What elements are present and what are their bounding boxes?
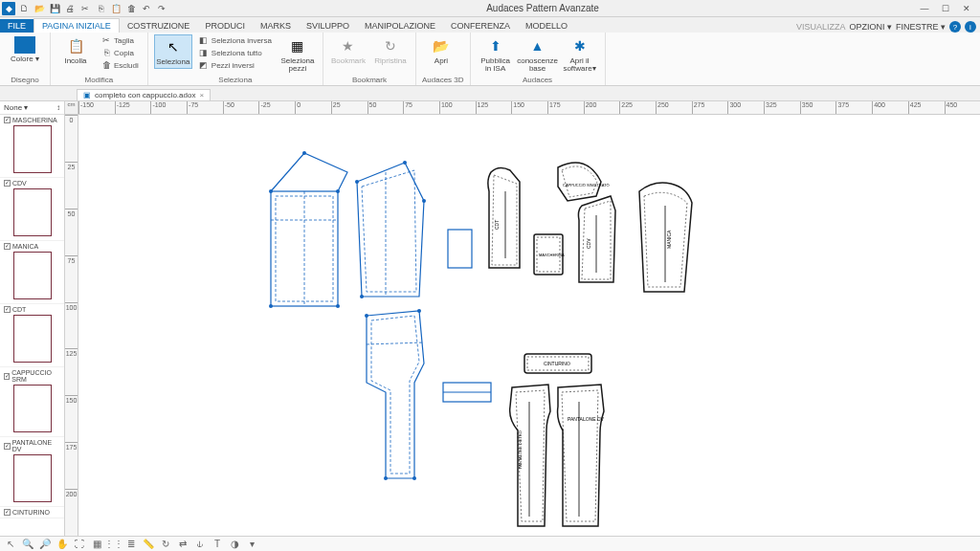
vt-fit-icon[interactable]: ⛶ bbox=[73, 538, 86, 551]
checkbox-icon[interactable] bbox=[4, 243, 11, 250]
sidebar-header[interactable]: None ▾ ↕ bbox=[0, 101, 64, 115]
vt-pan-icon[interactable]: ✋ bbox=[56, 538, 69, 551]
seleziona-tutto-button[interactable]: ◨Seleziona tutto bbox=[196, 47, 275, 58]
opzioni-menu[interactable]: OPZIONI ▾ bbox=[849, 22, 892, 32]
seleziona-inversa-button[interactable]: ◧Seleziona inversa bbox=[196, 34, 275, 46]
apri-software-button[interactable]: ✱ Apri il software▾ bbox=[561, 34, 599, 75]
tab-conferenza[interactable]: CONFERENZA bbox=[443, 19, 518, 33]
tab-manipolazione[interactable]: MANIPOLAZIONE bbox=[357, 19, 443, 33]
document-tab-bar: ▣ completo con cappuccio.adox × bbox=[0, 86, 980, 101]
vt-layers-icon[interactable]: ≣ bbox=[124, 538, 138, 551]
checkbox-icon[interactable] bbox=[4, 373, 10, 380]
tab-marks[interactable]: MARKS bbox=[253, 19, 299, 33]
qat-cut-icon[interactable]: ✂ bbox=[78, 2, 92, 15]
help-icon[interactable]: ? bbox=[949, 21, 961, 33]
vt-zoom-in-icon[interactable]: 🔍 bbox=[21, 538, 34, 551]
ripristina-button[interactable]: ↻ Ripristina bbox=[371, 34, 410, 67]
finestre-menu[interactable]: FINESTRE ▾ bbox=[896, 22, 946, 32]
svg-point-6 bbox=[336, 304, 340, 308]
quick-access-toolbar: ◆ 🗋 📂 💾 🖨 ✂ ⎘ 📋 🗑 ↶ ↷ bbox=[0, 2, 168, 15]
ruler-corner: cm bbox=[65, 101, 78, 115]
paste-icon: 📋 bbox=[66, 36, 85, 55]
sidebar-item-mascherina[interactable]: MASCHERINA bbox=[0, 115, 64, 178]
checkbox-icon[interactable] bbox=[4, 443, 11, 450]
bookmark-icon: ★ bbox=[339, 36, 358, 55]
qat-paste-icon[interactable]: 📋 bbox=[109, 2, 122, 15]
ruler-horizontal: -150-125-100-75-50-250255075100125150175… bbox=[78, 101, 980, 115]
cut-icon: ✂ bbox=[101, 35, 111, 45]
qat-redo-icon[interactable]: ↷ bbox=[155, 2, 168, 15]
piece-thumbnail bbox=[13, 454, 52, 502]
apri-3d-button[interactable]: 📂 Apri bbox=[422, 34, 460, 67]
vt-measure-icon[interactable]: 📏 bbox=[142, 538, 155, 551]
vt-mirror-icon[interactable]: ⇄ bbox=[176, 538, 189, 551]
document-tab-close[interactable]: × bbox=[199, 91, 204, 99]
qat-print-icon[interactable]: 🖨 bbox=[63, 2, 77, 15]
copia-button[interactable]: ⎘Copia bbox=[99, 47, 142, 58]
visualizza-menu[interactable]: VISUALIZZA bbox=[796, 22, 846, 32]
publish-icon: ⬆ bbox=[486, 36, 505, 55]
escludi-button[interactable]: 🗑Escludi bbox=[99, 59, 142, 71]
colore-button[interactable]: Colore ▾ bbox=[6, 34, 44, 65]
qat-delete-icon[interactable]: 🗑 bbox=[124, 2, 138, 15]
sidebar-item-cdt[interactable]: CDT bbox=[0, 304, 64, 367]
sidebar-item-manica[interactable]: MANICA bbox=[0, 241, 64, 304]
incolla-button[interactable]: 📋 Incolla bbox=[56, 34, 95, 67]
sidebar-sort-icon[interactable]: ↕ bbox=[56, 103, 60, 112]
tab-file[interactable]: FILE bbox=[0, 19, 33, 33]
pattern-piece-pantalone-dietro: PANTALONE DIETRO bbox=[510, 385, 550, 526]
ruler-vertical: 0255075100125150175200 bbox=[65, 115, 78, 536]
tab-pagina-iniziale[interactable]: PAGINA INIZIALE bbox=[33, 18, 120, 33]
document-tab-label: completo con cappuccio.adox bbox=[95, 91, 195, 99]
svg-point-27 bbox=[412, 476, 416, 480]
vt-align-icon[interactable]: ⫝ bbox=[193, 538, 207, 551]
vt-text-icon[interactable]: T bbox=[211, 538, 224, 551]
conoscenze-base-button[interactable]: ▲ conoscenze base bbox=[519, 34, 557, 75]
qat-save-icon[interactable]: 💾 bbox=[48, 2, 61, 15]
drawing-canvas[interactable]: CDT MASCHERINA CAPPUCCIO SINISTRATO bbox=[78, 115, 980, 536]
tab-sviluppo[interactable]: SVILUPPO bbox=[299, 19, 357, 33]
bookmark-button[interactable]: ★ Bookmark bbox=[329, 34, 368, 67]
checkbox-icon[interactable] bbox=[4, 180, 11, 187]
sidebar-item-cappuccio[interactable]: CAPPUCCIO SRM bbox=[0, 367, 64, 437]
tab-costruzione[interactable]: COSTRUZIONE bbox=[120, 19, 198, 33]
document-tab[interactable]: ▣ completo con cappuccio.adox × bbox=[77, 89, 211, 100]
pattern-piece-cdv: CDV bbox=[578, 196, 615, 282]
vt-color-icon[interactable]: ◑ bbox=[228, 538, 241, 551]
sidebar-item-pantalone[interactable]: PANTALONE DV bbox=[0, 437, 64, 507]
checkbox-icon[interactable] bbox=[4, 117, 11, 123]
view-toolbar: ↖ 🔍 🔎 ✋ ⛶ ▦ ⋮⋮ ≣ 📏 ↻ ⇄ ⫝ T ◑ ▾ bbox=[0, 536, 980, 551]
qat-copy-icon[interactable]: ⎘ bbox=[94, 2, 107, 15]
sidebar-item-cinturino[interactable]: CINTURINO bbox=[0, 507, 64, 518]
checkbox-icon[interactable] bbox=[4, 509, 11, 516]
svg-point-25 bbox=[417, 309, 421, 313]
info-icon[interactable]: i bbox=[965, 21, 976, 33]
seleziona-pezzi-button[interactable]: ▦ Seleziona pezzi bbox=[278, 34, 317, 75]
pattern-piece-cdt: CDT bbox=[488, 167, 520, 268]
vt-zoom-out-icon[interactable]: 🔎 bbox=[38, 538, 52, 551]
qat-new-icon[interactable]: 🗋 bbox=[17, 2, 31, 15]
minimize-button[interactable]: — bbox=[917, 2, 932, 15]
vt-more-icon[interactable]: ▾ bbox=[245, 538, 258, 551]
tab-produci[interactable]: PRODUCI bbox=[197, 19, 253, 33]
qat-undo-icon[interactable]: ↶ bbox=[140, 2, 153, 15]
checkbox-icon[interactable] bbox=[4, 306, 11, 313]
maximize-button[interactable]: ☐ bbox=[938, 2, 953, 15]
tab-modello[interactable]: MODELLO bbox=[518, 19, 575, 33]
sidebar-item-cdv[interactable]: CDV bbox=[0, 178, 64, 241]
seleziona-button[interactable]: ↖ Seleziona bbox=[154, 34, 192, 69]
select-inverse-icon: ◧ bbox=[199, 35, 209, 45]
qat-open-icon[interactable]: 📂 bbox=[33, 2, 46, 15]
pezzi-inversi-button[interactable]: ◩Pezzi inversi bbox=[196, 59, 275, 71]
open-3d-icon: 📂 bbox=[432, 36, 451, 55]
pubblica-isa-button[interactable]: ⬆ Pubblica in ISA bbox=[477, 34, 515, 75]
svg-point-7 bbox=[302, 151, 306, 155]
vt-pointer-icon[interactable]: ↖ bbox=[4, 538, 17, 551]
vt-rotate-icon[interactable]: ↻ bbox=[159, 538, 172, 551]
vt-grid-icon[interactable]: ▦ bbox=[90, 538, 103, 551]
app-title: Audaces Pattern Avanzate bbox=[486, 3, 599, 13]
taglia-button[interactable]: ✂Taglia bbox=[99, 34, 142, 46]
close-button[interactable]: ✕ bbox=[959, 2, 974, 15]
app-icon[interactable]: ◆ bbox=[2, 2, 15, 15]
vt-snap-icon[interactable]: ⋮⋮ bbox=[107, 538, 121, 551]
